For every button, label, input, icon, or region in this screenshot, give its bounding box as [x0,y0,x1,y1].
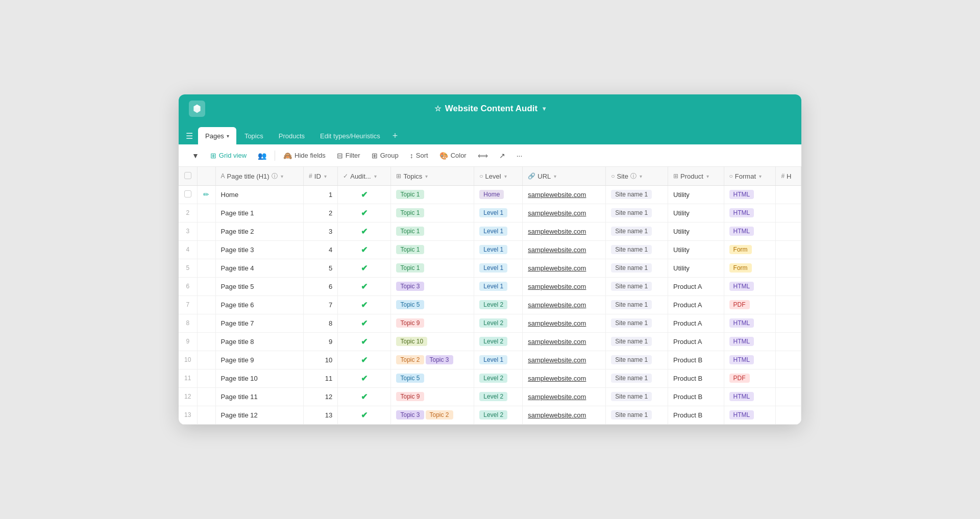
url-link[interactable]: samplewebsite.com [528,411,586,419]
row-level[interactable]: Level 2 [474,406,523,424]
topic-tag[interactable]: Topic 2 [396,355,424,364]
row-product[interactable]: Product B [668,387,724,406]
row-product[interactable]: Product A [668,314,724,332]
row-level[interactable]: Level 2 [474,314,523,332]
site-tag[interactable]: Site name 1 [611,410,652,419]
format-tag[interactable]: PDF [729,374,750,383]
url-link[interactable]: samplewebsite.com [528,356,586,364]
row-format[interactable]: HTML [724,204,776,222]
sort-button[interactable]: ↕ Sort [405,149,433,162]
row-level[interactable]: Level 1 [474,277,523,295]
row-product[interactable]: Product B [668,369,724,387]
row-site[interactable]: Site name 1 [606,240,668,259]
row-product[interactable]: Utility [668,204,724,222]
row-topics[interactable]: Topic 1 [391,240,474,259]
row-topics[interactable]: Topic 2Topic 3 [391,351,474,369]
format-tag[interactable]: PDF [729,300,750,309]
row-format[interactable]: PDF [724,369,776,387]
row-level[interactable]: Level 1 [474,204,523,222]
row-format[interactable]: HTML [724,314,776,332]
row-page-title[interactable]: Page title 4 [215,259,304,277]
row-url[interactable]: samplewebsite.com [523,222,606,240]
row-url[interactable]: samplewebsite.com [523,314,606,332]
url-link[interactable]: samplewebsite.com [528,264,586,272]
group-button[interactable]: ⊞ Group [366,149,404,162]
color-button[interactable]: 🎨 Color [434,149,472,162]
row-level[interactable]: Level 2 [474,332,523,351]
url-link[interactable]: samplewebsite.com [528,246,586,254]
row-level[interactable]: Level 1 [474,222,523,240]
level-tag[interactable]: Level 1 [479,208,507,217]
hamburger-menu[interactable]: ☰ [186,127,193,144]
row-page-title[interactable]: Page title 3 [215,240,304,259]
row-audit[interactable]: ✔ [338,332,391,351]
row-topics[interactable]: Topic 9 [391,387,474,406]
row-product[interactable]: Product A [668,277,724,295]
level-tag[interactable]: Level 2 [479,300,507,309]
row-page-title[interactable]: Page title 2 [215,222,304,240]
row-audit[interactable]: ✔ [338,240,391,259]
row-topics[interactable]: Topic 5 [391,369,474,387]
col-site[interactable]: ○ Site ⓘ ▾ [606,167,668,185]
format-tag[interactable]: HTML [729,410,754,419]
topic-tag[interactable]: Topic 5 [396,374,424,383]
row-audit[interactable]: ✔ [338,369,391,387]
row-format[interactable]: HTML [724,406,776,424]
row-url[interactable]: samplewebsite.com [523,240,606,259]
level-tag[interactable]: Level 1 [479,355,507,364]
row-page-title[interactable]: Page title 11 [215,387,304,406]
row-audit[interactable]: ✔ [338,406,391,424]
row-site[interactable]: Site name 1 [606,185,668,204]
header-checkbox[interactable] [184,172,191,179]
url-link[interactable]: samplewebsite.com [528,191,586,199]
site-tag[interactable]: Site name 1 [611,300,652,309]
people-button[interactable]: 👥 [253,149,272,162]
row-audit[interactable]: ✔ [338,295,391,314]
site-tag[interactable]: Site name 1 [611,190,652,199]
row-audit[interactable]: ✔ [338,387,391,406]
row-topics[interactable]: Topic 9 [391,314,474,332]
row-page-title[interactable]: Page title 6 [215,295,304,314]
row-site[interactable]: Site name 1 [606,314,668,332]
add-tab-button[interactable]: + [388,127,402,144]
row-url[interactable]: samplewebsite.com [523,369,606,387]
row-product[interactable]: Utility [668,222,724,240]
tab-edit-types[interactable]: Edit types/Heuristics [313,127,387,144]
topic-tag[interactable]: Topic 5 [396,300,424,309]
row-page-title[interactable]: Page title 9 [215,351,304,369]
row-topics[interactable]: Topic 5 [391,295,474,314]
row-site[interactable]: Site name 1 [606,295,668,314]
row-page-title[interactable]: Home [215,185,304,204]
level-tag[interactable]: Level 2 [479,337,507,346]
row-audit[interactable]: ✔ [338,259,391,277]
row-level[interactable]: Level 1 [474,351,523,369]
format-tag[interactable]: HTML [729,190,754,199]
site-tag[interactable]: Site name 1 [611,355,652,364]
row-topics[interactable]: Topic 1 [391,204,474,222]
topic-tag[interactable]: Topic 1 [396,208,424,217]
site-tag[interactable]: Site name 1 [611,392,652,401]
topic-tag[interactable]: Topic 3 [426,355,453,364]
format-tag[interactable]: HTML [729,318,754,328]
row-format[interactable]: Form [724,240,776,259]
format-tag[interactable]: HTML [729,227,754,236]
format-tag[interactable]: HTML [729,337,754,346]
row-audit[interactable]: ✔ [338,222,391,240]
row-product[interactable]: Product B [668,351,724,369]
topic-tag[interactable]: Topic 1 [396,227,424,236]
col-format[interactable]: ○ Format ▾ [724,167,776,185]
hide-fields-button[interactable]: 🙈 Hide fields [278,149,331,162]
row-topics[interactable]: Topic 1 [391,222,474,240]
site-tag[interactable]: Site name 1 [611,282,652,291]
row-level[interactable]: Level 1 [474,259,523,277]
row-url[interactable]: samplewebsite.com [523,295,606,314]
row-product[interactable]: Product A [668,295,724,314]
row-product[interactable]: Utility [668,259,724,277]
row-site[interactable]: Site name 1 [606,387,668,406]
format-tag[interactable]: HTML [729,282,754,291]
row-product[interactable]: Product B [668,406,724,424]
level-tag[interactable]: Level 1 [479,227,507,236]
site-tag[interactable]: Site name 1 [611,227,652,236]
topic-tag[interactable]: Topic 10 [396,337,427,346]
row-audit[interactable]: ✔ [338,204,391,222]
